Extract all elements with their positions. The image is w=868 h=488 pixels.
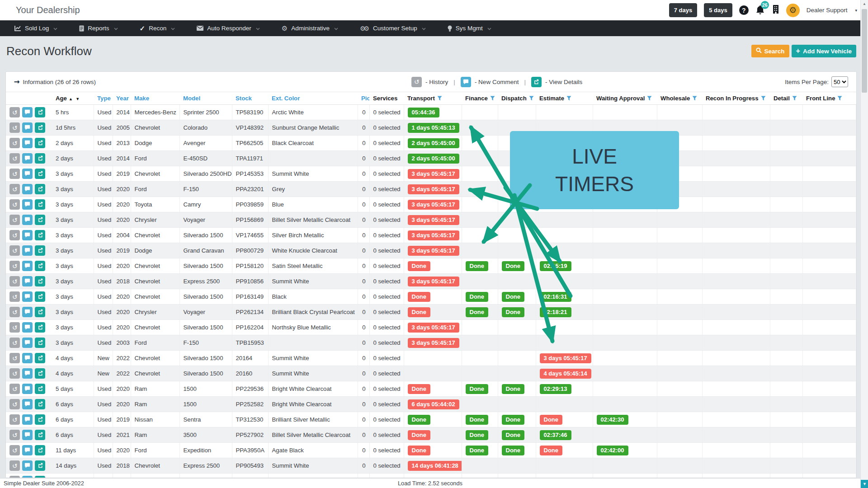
range-7-days-button[interactable]: 7 days: [669, 3, 697, 17]
history-button[interactable]: ↺: [9, 368, 20, 379]
new-comment-button[interactable]: [22, 230, 33, 240]
transport-status-badge[interactable]: 05:44:36: [408, 108, 439, 117]
history-button[interactable]: ↺: [9, 414, 20, 425]
user-avatar[interactable]: ⚙: [786, 4, 800, 17]
transport-status-badge[interactable]: 14 days 06:41:28: [408, 461, 462, 471]
history-button[interactable]: ↺: [9, 261, 20, 271]
nav-sold-log[interactable]: Sold Log: [4, 20, 68, 36]
column-header-type[interactable]: Type: [94, 92, 113, 105]
nav-sys-mgmt[interactable]: Sys Mgmt: [437, 20, 502, 36]
view-details-button[interactable]: [35, 291, 45, 302]
estimate-status-badge[interactable]: 02:37:46: [540, 430, 571, 440]
view-details-button[interactable]: [35, 184, 45, 194]
column-header-stock[interactable]: Stock: [232, 92, 268, 105]
finance-status-badge[interactable]: Done: [466, 415, 489, 425]
dispatch-status-badge[interactable]: Done: [502, 261, 525, 271]
view-details-button[interactable]: [35, 169, 45, 179]
new-comment-button[interactable]: [22, 169, 33, 179]
history-button[interactable]: ↺: [9, 153, 20, 164]
estimate-status-badge[interactable]: 02:15:19: [540, 261, 571, 271]
new-comment-button[interactable]: [22, 107, 33, 117]
finance-status-badge[interactable]: Done: [466, 261, 489, 271]
new-comment-button[interactable]: [22, 138, 33, 148]
history-button[interactable]: ↺: [9, 215, 20, 225]
estimate-status-badge[interactable]: 3 days 05:45:17: [540, 353, 591, 363]
view-details-button[interactable]: [35, 460, 45, 471]
filter-funnel-icon[interactable]: [529, 96, 534, 101]
transport-status-badge[interactable]: 3 days 05:45:17: [408, 184, 459, 194]
scrollbar-thumb[interactable]: [862, 9, 867, 93]
view-details-button[interactable]: [35, 153, 45, 164]
finance-status-badge[interactable]: Done: [466, 292, 489, 302]
estimate-status-badge[interactable]: Done: [540, 446, 563, 455]
new-comment-button[interactable]: [22, 184, 33, 194]
new-comment-button[interactable]: [22, 384, 33, 394]
filter-funnel-icon[interactable]: [837, 96, 842, 101]
transport-status-badge[interactable]: 3 days 05:45:17: [408, 338, 459, 348]
new-comment-button[interactable]: [22, 199, 33, 210]
transport-status-badge[interactable]: 3 days 05:45:17: [408, 277, 459, 286]
view-details-button[interactable]: [35, 215, 45, 225]
history-button[interactable]: ↺: [9, 445, 20, 455]
history-button[interactable]: ↺: [9, 230, 20, 240]
dispatch-status-badge[interactable]: Done: [502, 384, 525, 394]
transport-status-badge[interactable]: Done: [408, 446, 431, 455]
transport-status-badge[interactable]: 6 days 05:44:02: [408, 399, 459, 409]
view-details-button[interactable]: [35, 322, 45, 333]
transport-status-badge[interactable]: Done: [408, 430, 431, 440]
new-comment-button[interactable]: [22, 307, 33, 317]
transport-status-badge[interactable]: 1 days 05:45:13: [408, 123, 459, 133]
history-button[interactable]: ↺: [9, 460, 20, 471]
estimate-status-badge[interactable]: 02:18:21: [540, 307, 571, 317]
nav-reports[interactable]: Reports: [68, 20, 128, 36]
column-header-make[interactable]: Make: [131, 92, 179, 105]
column-header-year[interactable]: Year: [113, 92, 131, 105]
filter-funnel-icon[interactable]: [692, 96, 697, 101]
view-details-button[interactable]: [35, 399, 45, 409]
column-header-model[interactable]: Model: [179, 92, 232, 105]
new-comment-button[interactable]: [22, 353, 33, 363]
notification-count-badge[interactable]: 26: [761, 1, 769, 9]
new-comment-button[interactable]: [22, 215, 33, 225]
transport-status-badge[interactable]: 2 days 05:45:00: [408, 154, 459, 164]
view-details-button[interactable]: [35, 445, 45, 455]
new-comment-button[interactable]: [22, 291, 33, 302]
transport-status-badge[interactable]: 3 days 05:45:17: [408, 215, 459, 225]
history-button[interactable]: ↺: [9, 399, 20, 409]
history-button[interactable]: ↺: [9, 384, 20, 394]
scroll-down-arrow[interactable]: ▼: [861, 480, 868, 488]
estimate-status-badge[interactable]: 02:29:13: [540, 384, 571, 394]
nav-administrative[interactable]: ⚙ Administrative: [271, 20, 349, 36]
finance-status-badge[interactable]: Done: [466, 384, 489, 394]
view-details-button[interactable]: [35, 245, 45, 256]
dispatch-status-badge[interactable]: Done: [502, 307, 525, 317]
waiting_approval-status-badge[interactable]: 02:42:00: [597, 446, 628, 455]
history-button[interactable]: ↺: [9, 353, 20, 363]
items-per-page-select[interactable]: 50: [831, 76, 848, 87]
transport-status-badge[interactable]: Done: [408, 261, 431, 271]
new-comment-button[interactable]: [22, 261, 33, 271]
new-comment-button[interactable]: [22, 445, 33, 455]
view-details-button[interactable]: [35, 384, 45, 394]
new-comment-button[interactable]: [22, 460, 33, 471]
new-comment-button[interactable]: [22, 368, 33, 379]
nav-auto-responder[interactable]: Auto Responder: [186, 20, 271, 36]
new-comment-button[interactable]: [22, 430, 33, 440]
filter-funnel-icon[interactable]: [647, 96, 652, 101]
new-comment-button[interactable]: [22, 122, 33, 133]
nav-customer-setup[interactable]: ⚙⚙ Customer Setup: [349, 20, 437, 36]
view-details-button[interactable]: [35, 414, 45, 425]
new-comment-button[interactable]: [22, 414, 33, 425]
search-button[interactable]: Search: [751, 45, 789, 57]
view-details-button[interactable]: [35, 230, 45, 240]
new-comment-button[interactable]: [22, 338, 33, 348]
view-details-button[interactable]: [35, 368, 45, 379]
view-details-button[interactable]: [35, 276, 45, 286]
dispatch-status-badge[interactable]: Done: [502, 430, 525, 440]
history-button[interactable]: ↺: [9, 430, 20, 440]
dispatch-status-badge[interactable]: Done: [502, 415, 525, 425]
transport-status-badge[interactable]: Done: [408, 415, 431, 425]
history-button[interactable]: ↺: [9, 276, 20, 286]
history-button[interactable]: ↺: [9, 338, 20, 348]
view-details-button[interactable]: [35, 353, 45, 363]
